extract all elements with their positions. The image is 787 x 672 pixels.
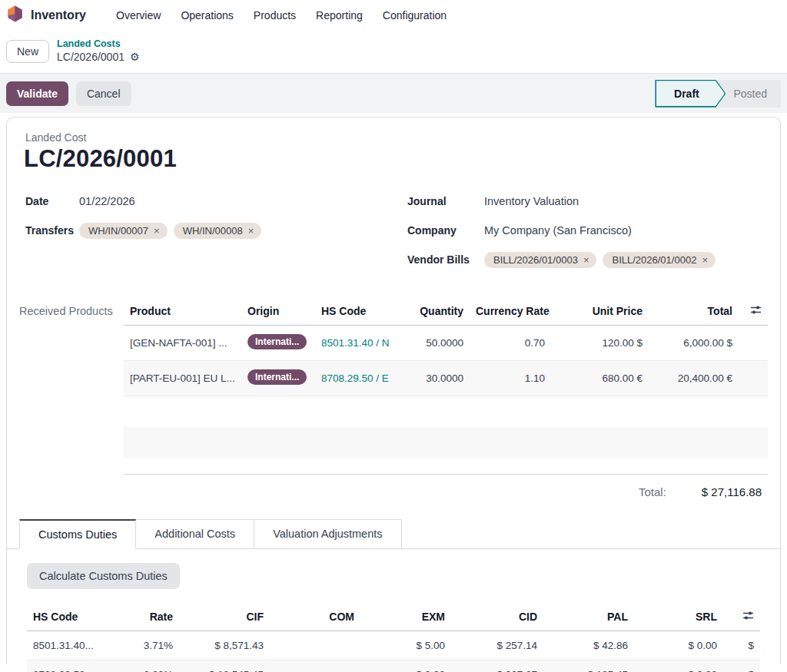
total-label: Total:	[639, 485, 666, 498]
breadcrumb-landed-costs[interactable]: Landed Costs	[57, 38, 140, 51]
cell-total[interactable]: 6,000.00 $	[649, 329, 739, 357]
stage-posted[interactable]: Posted	[726, 88, 781, 100]
vendor-bills-label: Vendor Bills	[407, 253, 484, 266]
cell-cif[interactable]: $ 8,571.43	[179, 631, 270, 660]
cell-product[interactable]: [GEN-NAFTA-001] ...	[124, 329, 241, 357]
nav-reporting[interactable]: Reporting	[306, 9, 373, 22]
journal-label: Journal	[407, 195, 484, 207]
cell-cid[interactable]: $ 257.14	[451, 631, 543, 660]
stage-draft[interactable]: Draft	[655, 80, 726, 108]
vendor-bill-tag-label: BILL/2026/01/0002	[612, 254, 696, 266]
col-unit-price[interactable]: Unit Price	[551, 298, 649, 324]
date-field[interactable]: 01/22/2026	[79, 195, 135, 207]
validate-button[interactable]: Validate	[6, 81, 68, 106]
calculate-customs-duties-button[interactable]: Calculate Customs Duties	[27, 563, 180, 589]
col-total[interactable]: Total	[649, 298, 739, 324]
nav-configuration[interactable]: Configuration	[373, 9, 457, 22]
empty-row	[124, 427, 768, 458]
col-hs-code[interactable]: HS Code	[315, 298, 411, 324]
optional-columns-icon[interactable]	[750, 304, 762, 318]
cell-com[interactable]	[270, 667, 360, 672]
cell-overflow[interactable]: $	[723, 660, 760, 672]
tab-customs-duties[interactable]: Customs Duties	[19, 519, 136, 549]
company-field[interactable]: My Company (San Francisco)	[484, 224, 632, 237]
cell-rate[interactable]: 3.71%	[118, 631, 179, 660]
cell-currency-rate[interactable]: 1.10	[470, 364, 551, 392]
optional-columns-icon[interactable]	[742, 610, 754, 624]
col-origin[interactable]: Origin	[241, 298, 315, 324]
company-label: Company	[407, 224, 484, 237]
date-label: Date	[25, 195, 79, 207]
remove-tag-icon[interactable]: ×	[154, 225, 160, 237]
transfers-label: Transfers	[25, 224, 79, 237]
gear-icon[interactable]: ⚙	[130, 51, 140, 65]
cell-srl[interactable]: $ 0.00	[634, 631, 723, 660]
nav-overview[interactable]: Overview	[106, 9, 171, 22]
cell-cif[interactable]: $ 18,545.45	[179, 660, 270, 672]
cell-rate[interactable]: 6.22%	[118, 660, 179, 672]
col-cif[interactable]: CIF	[179, 604, 270, 630]
cancel-button[interactable]: Cancel	[76, 81, 131, 106]
empty-row	[124, 396, 768, 427]
status-bar: Validate Cancel Draft Posted	[0, 73, 787, 113]
cell-pal[interactable]: $ 42.86	[543, 631, 634, 660]
nav-operations[interactable]: Operations	[171, 9, 243, 22]
transfer-tag[interactable]: WH/IN/00008 ×	[174, 223, 262, 239]
journal-field[interactable]: Inventory Valuation	[484, 195, 579, 207]
col-quantity[interactable]: Quantity	[411, 298, 470, 324]
col-hs-code[interactable]: HS Code	[27, 604, 118, 630]
col-cid[interactable]: CID	[451, 604, 543, 630]
received-products-section: Received Products Product Origin HS Code…	[19, 297, 768, 475]
cell-pal[interactable]: $ 185.45	[543, 660, 634, 672]
cell-srl[interactable]: $ 0.00	[634, 660, 723, 672]
cell-unit-price[interactable]: 120.00 $	[551, 329, 649, 357]
cell-overflow[interactable]: $	[723, 631, 760, 660]
vendor-bill-tag[interactable]: BILL/2026/01/0002 ×	[603, 252, 715, 268]
cell-hs-code-link[interactable]: 8708.29.50 / E	[315, 364, 411, 392]
cell-hs-code[interactable]: 8708.29.50...	[27, 660, 118, 672]
inventory-app-icon	[6, 5, 24, 26]
received-products-label: Received Products	[19, 297, 124, 475]
col-pal[interactable]: PAL	[543, 604, 634, 630]
remove-tag-icon[interactable]: ×	[583, 254, 589, 266]
col-rate[interactable]: Rate	[118, 604, 179, 630]
cell-product[interactable]: [PART-EU-001] EU L...	[124, 364, 241, 392]
col-srl[interactable]: SRL	[634, 604, 723, 630]
customs-duties-table: HS Code Rate CIF COM EXM CID PAL SRL	[27, 603, 760, 672]
table-row: 8708.29.50... 6.22% $ 18,545.45 $ 8.00 $…	[27, 660, 760, 672]
cell-hs-code[interactable]: 8501.31.40...	[27, 631, 118, 660]
cell-exm[interactable]: $ 5.00	[360, 631, 451, 660]
cell-hs-code-link[interactable]: 8501.31.40 / N	[315, 329, 411, 357]
tab-valuation-adjustments[interactable]: Valuation Adjustments	[254, 519, 401, 549]
cell-cid[interactable]: $ 927.27	[451, 660, 543, 672]
origin-badge[interactable]: Internati...	[247, 369, 307, 385]
cell-quantity[interactable]: 30.0000	[411, 364, 470, 392]
origin-badge[interactable]: Internati...	[247, 334, 307, 349]
vendor-bill-tag-label: BILL/2026/01/0003	[493, 254, 578, 266]
col-com[interactable]: COM	[270, 604, 360, 630]
col-currency-rate[interactable]: Currency Rate	[470, 298, 551, 324]
remove-tag-icon[interactable]: ×	[702, 254, 708, 266]
col-exm[interactable]: EXM	[360, 604, 451, 630]
app-menu-toggle[interactable]: Inventory	[6, 5, 86, 26]
vendor-bill-tag[interactable]: BILL/2026/01/0003 ×	[484, 252, 596, 268]
cell-exm[interactable]: $ 8.00	[360, 660, 451, 672]
new-button[interactable]: New	[6, 40, 49, 63]
table-row: [GEN-NAFTA-001] ... Internati... 8501.31…	[124, 326, 768, 361]
tab-additional-costs[interactable]: Additional Costs	[136, 519, 254, 549]
remove-tag-icon[interactable]: ×	[248, 225, 254, 237]
field-grid: Date 01/22/2026 Transfers WH/IN/00007 × …	[25, 190, 768, 277]
cell-quantity[interactable]: 50.0000	[411, 329, 470, 357]
cell-com[interactable]	[270, 637, 360, 654]
col-product[interactable]: Product	[124, 298, 241, 324]
transfer-tag-label: WH/IN/00008	[183, 225, 243, 237]
breadcrumb: New Landed Costs LC/2026/0001 ⚙	[0, 31, 787, 73]
record-title[interactable]: LC/2026/0001	[24, 145, 768, 173]
table-row: 8501.31.40... 3.71% $ 8,571.43 $ 5.00 $ …	[27, 631, 760, 660]
cell-unit-price[interactable]: 680.00 €	[551, 364, 649, 392]
cell-total[interactable]: 20,400.00 €	[649, 364, 739, 392]
top-navbar: Inventory Overview Operations Products R…	[0, 0, 787, 31]
cell-currency-rate[interactable]: 0.70	[470, 329, 551, 357]
transfer-tag[interactable]: WH/IN/00007 ×	[79, 223, 168, 239]
nav-products[interactable]: Products	[244, 9, 306, 22]
